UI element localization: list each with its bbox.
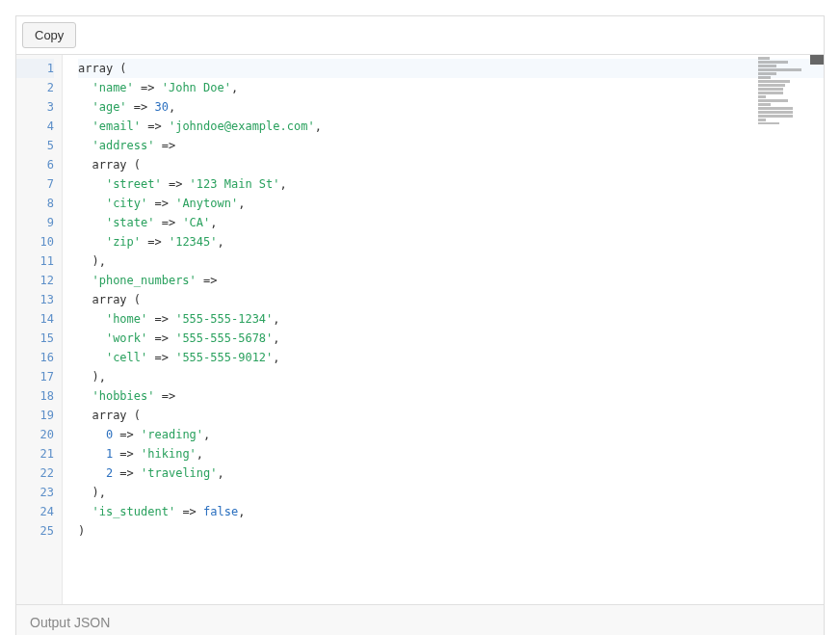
line-number: 3 bbox=[16, 97, 54, 117]
code-token: => bbox=[175, 505, 203, 518]
code-line[interactable]: 'address' => bbox=[78, 136, 824, 155]
line-number: 12 bbox=[16, 271, 54, 290]
code-line[interactable]: 'state' => 'CA', bbox=[78, 213, 824, 232]
code-token: => bbox=[141, 235, 169, 249]
code-line[interactable]: 'age' => 30, bbox=[78, 97, 824, 117]
code-token: => bbox=[154, 389, 182, 403]
code-token: 'Anytown' bbox=[175, 197, 238, 210]
line-number: 7 bbox=[16, 174, 54, 194]
code-token: array bbox=[78, 62, 119, 75]
code-token: '555-555-9012' bbox=[175, 351, 273, 364]
line-number: 20 bbox=[16, 425, 54, 444]
code-line[interactable]: 'street' => '123 Main St', bbox=[78, 174, 824, 194]
code-line[interactable]: 'work' => '555-555-5678', bbox=[78, 329, 824, 348]
code-line[interactable]: ), bbox=[78, 483, 824, 502]
code-line[interactable]: 'hobbies' => bbox=[78, 386, 824, 406]
code-token: => bbox=[197, 274, 224, 287]
line-number: 6 bbox=[16, 155, 54, 174]
code-line[interactable]: 0 => 'reading', bbox=[78, 425, 824, 444]
line-number-gutter: 1234567891011121314151617181920212223242… bbox=[16, 55, 63, 604]
code-line[interactable]: 'name' => 'John Doe', bbox=[78, 78, 824, 97]
code-token: , bbox=[99, 370, 106, 384]
line-number: 19 bbox=[16, 406, 54, 425]
code-token: => bbox=[134, 81, 162, 94]
line-number: 1 bbox=[16, 59, 54, 78]
code-token: 'CA' bbox=[182, 216, 210, 229]
code-token: array bbox=[92, 409, 133, 422]
line-number: 24 bbox=[16, 502, 54, 521]
line-number: 23 bbox=[16, 483, 54, 502]
code-line[interactable]: ), bbox=[78, 251, 824, 271]
code-token: => bbox=[127, 100, 155, 114]
code-line[interactable]: 'cell' => '555-555-9012', bbox=[78, 348, 824, 367]
line-number: 18 bbox=[16, 386, 54, 406]
code-token: array bbox=[92, 158, 133, 172]
code-token: 'John Doe' bbox=[162, 81, 231, 94]
line-number: 11 bbox=[16, 251, 54, 271]
code-token: , bbox=[273, 312, 279, 326]
code-token: 'johndoe@example.com' bbox=[169, 119, 315, 133]
code-token: , bbox=[197, 447, 203, 461]
code-editor[interactable]: 1234567891011121314151617181920212223242… bbox=[16, 55, 824, 604]
code-panel: Copy 12345678910111213141516171819202122… bbox=[15, 15, 825, 635]
line-number: 10 bbox=[16, 232, 54, 251]
line-number: 15 bbox=[16, 329, 54, 348]
code-token: 'traveling' bbox=[141, 466, 217, 480]
code-token: 'street' bbox=[106, 177, 162, 191]
code-token: => bbox=[154, 139, 182, 152]
code-token: 'work' bbox=[106, 331, 147, 345]
toolbar: Copy bbox=[16, 16, 824, 55]
code-token: ) bbox=[92, 254, 98, 268]
code-token: false bbox=[203, 505, 238, 518]
line-number: 16 bbox=[16, 348, 54, 367]
copy-button[interactable]: Copy bbox=[22, 22, 76, 48]
code-token: 'is_student' bbox=[92, 505, 175, 518]
code-line[interactable]: 'email' => 'johndoe@example.com', bbox=[78, 117, 824, 136]
code-token: 'cell' bbox=[106, 351, 147, 364]
line-number: 17 bbox=[16, 367, 54, 386]
code-token: , bbox=[238, 505, 245, 518]
code-token: '12345' bbox=[169, 235, 218, 249]
code-token: '555-555-1234' bbox=[175, 312, 273, 326]
code-token: , bbox=[280, 177, 287, 191]
code-line[interactable]: 'zip' => '12345', bbox=[78, 232, 824, 251]
code-token: ( bbox=[134, 409, 141, 422]
code-content[interactable]: array ( 'name' => 'John Doe', 'age' => 3… bbox=[63, 55, 824, 604]
code-line[interactable]: array ( bbox=[78, 155, 824, 174]
code-token: , bbox=[203, 428, 210, 441]
code-token: 'hiking' bbox=[141, 447, 197, 461]
code-line[interactable]: array ( bbox=[78, 290, 824, 309]
code-line[interactable]: ), bbox=[78, 367, 824, 386]
code-line[interactable]: array ( bbox=[78, 59, 824, 78]
code-line[interactable]: 1 => 'hiking', bbox=[78, 444, 824, 463]
code-token: 'address' bbox=[92, 139, 154, 152]
code-token: 'state' bbox=[106, 216, 155, 229]
code-token: 'hobbies' bbox=[92, 389, 154, 403]
vertical-scrollbar-track[interactable] bbox=[810, 55, 824, 604]
code-line[interactable]: 'home' => '555-555-1234', bbox=[78, 309, 824, 329]
code-token: => bbox=[147, 351, 175, 364]
code-token: 30 bbox=[154, 100, 168, 114]
line-number: 13 bbox=[16, 290, 54, 309]
code-token: => bbox=[113, 447, 141, 461]
code-token: , bbox=[315, 119, 322, 133]
code-token: => bbox=[162, 177, 190, 191]
line-number: 4 bbox=[16, 117, 54, 136]
code-token: 'name' bbox=[92, 81, 133, 94]
code-token: '555-555-5678' bbox=[175, 331, 273, 345]
code-token: , bbox=[273, 351, 279, 364]
code-line[interactable]: 'city' => 'Anytown', bbox=[78, 194, 824, 213]
vertical-scrollbar-thumb[interactable] bbox=[810, 55, 824, 65]
code-line[interactable]: ) bbox=[78, 521, 824, 541]
code-line[interactable]: 'is_student' => false, bbox=[78, 502, 824, 521]
code-line[interactable]: 'phone_numbers' => bbox=[78, 271, 824, 290]
code-token: array bbox=[92, 293, 133, 306]
code-line[interactable]: 2 => 'traveling', bbox=[78, 463, 824, 483]
code-token: , bbox=[210, 216, 217, 229]
line-number: 21 bbox=[16, 444, 54, 463]
code-token: ) bbox=[92, 486, 98, 499]
code-token: , bbox=[238, 197, 245, 210]
code-token: ) bbox=[78, 524, 85, 538]
code-token: 'age' bbox=[92, 100, 126, 114]
code-line[interactable]: array ( bbox=[78, 406, 824, 425]
